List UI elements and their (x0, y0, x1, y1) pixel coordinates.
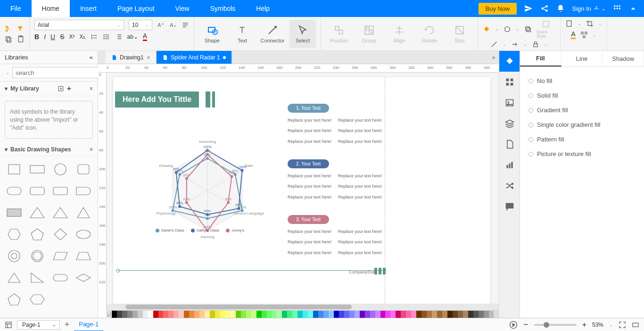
color-swatch[interactable] (236, 311, 241, 318)
shape-effects-icon[interactable] (524, 25, 532, 33)
color-swatch[interactable] (148, 311, 153, 318)
decrease-font-icon[interactable]: A▼ (169, 21, 177, 29)
shape-roundrect2[interactable] (3, 181, 25, 201)
arrow-style-icon[interactable] (511, 41, 519, 48)
close-tab1-icon[interactable]: × (147, 54, 150, 61)
connector-tool-button[interactable]: Connector (259, 20, 286, 48)
color-swatch[interactable] (355, 311, 360, 318)
color-swatch[interactable] (458, 311, 463, 318)
color-swatch[interactable] (442, 311, 447, 318)
color-swatch[interactable] (468, 311, 473, 318)
h-scrollbar[interactable] (107, 304, 499, 310)
fill-dropdown-icon[interactable] (483, 25, 490, 33)
superscript-button[interactable]: X² (69, 33, 74, 40)
text-tool-button[interactable]: TText (229, 20, 256, 48)
distribute-icon[interactable] (580, 31, 588, 39)
color-swatch[interactable] (220, 311, 225, 318)
color-swatch[interactable] (246, 311, 251, 318)
color-swatch[interactable] (179, 311, 184, 318)
underline-button[interactable]: U (50, 33, 55, 41)
bell-icon[interactable] (556, 4, 565, 13)
color-swatch[interactable] (241, 311, 246, 318)
shape-rect-filled[interactable] (3, 202, 25, 223)
menu-insert[interactable]: Insert (70, 0, 107, 17)
send-icon[interactable] (524, 4, 533, 13)
color-swatch[interactable] (437, 311, 442, 318)
shape-tool-button[interactable]: Shape (199, 20, 225, 48)
color-swatch[interactable] (416, 311, 421, 318)
color-swatch[interactable] (411, 311, 416, 318)
line-color-icon[interactable] (490, 41, 498, 48)
menu-page-layout[interactable]: Page Layout (107, 0, 165, 17)
color-swatch[interactable] (251, 311, 256, 318)
color-swatch[interactable] (184, 311, 189, 318)
zoom-out-button[interactable]: − (523, 320, 528, 330)
fill-opt-single-gradient[interactable]: Single color gradient fill (528, 117, 636, 132)
fit-width-icon[interactable] (632, 321, 639, 329)
shape-hexagon2[interactable] (26, 289, 48, 310)
legend-2[interactable]: 2. Your Text (288, 159, 329, 168)
cut-icon[interactable] (5, 25, 12, 33)
color-swatch[interactable] (365, 311, 370, 318)
color-swatch[interactable] (380, 311, 386, 318)
color-swatch[interactable] (479, 311, 484, 318)
rail-grid-icon[interactable] (499, 72, 520, 92)
crop-icon[interactable] (586, 20, 594, 27)
text-height-icon[interactable] (91, 33, 98, 41)
size-button[interactable]: Size (446, 20, 473, 48)
add-library-icon[interactable] (58, 85, 64, 92)
color-swatch[interactable] (334, 311, 339, 318)
radar-chart[interactable]: SwimmingMathSecond LanguageDancingPsycho… (146, 129, 269, 252)
strike-button[interactable]: S (60, 33, 64, 41)
bullets-icon[interactable] (103, 33, 110, 41)
basic-shapes-section[interactable]: Basic Drawing Shapes (10, 146, 71, 153)
page-tab[interactable]: Page-1 (74, 318, 103, 331)
fill-opt-solid[interactable]: Solid fill (528, 88, 636, 103)
shape-ring[interactable] (26, 246, 48, 266)
shape-pill[interactable] (50, 267, 72, 288)
rotate-button[interactable]: Rotate (416, 20, 443, 48)
shape-triangle3[interactable] (73, 202, 95, 223)
italic-button[interactable]: I (44, 33, 46, 41)
menu-home[interactable]: Home (32, 0, 70, 17)
rp-tab-line[interactable]: Line (561, 51, 603, 66)
color-swatch[interactable] (117, 311, 122, 318)
format-painter-icon[interactable] (17, 25, 25, 33)
shape-right-triangle[interactable] (26, 267, 48, 288)
search-input[interactable] (12, 67, 99, 78)
shape-square[interactable] (3, 159, 25, 180)
rp-tab-shadow[interactable]: Shadow (603, 51, 644, 66)
tab-spider-radar[interactable]: Spider And Radar 1 (157, 51, 232, 64)
shape-trapezoid[interactable] (73, 246, 95, 266)
color-swatch[interactable] (375, 311, 380, 318)
shape-donut[interactable] (3, 246, 25, 266)
legend-1[interactable]: 1. Your Text (288, 104, 329, 113)
text-group-3[interactable]: Replace your text here!Replace your text… (288, 224, 382, 256)
select-tool-button[interactable]: Select (289, 20, 316, 48)
color-swatch[interactable] (112, 311, 117, 318)
quick-style-button[interactable]: Quick Style (537, 20, 555, 39)
color-swatch[interactable] (401, 311, 406, 318)
shape-circle[interactable] (50, 159, 72, 180)
shape-halfround[interactable] (73, 181, 95, 201)
color-swatch[interactable] (344, 311, 349, 318)
color-swatch[interactable] (370, 311, 375, 318)
page-selector[interactable]: Page-1 (17, 320, 60, 330)
color-swatch[interactable] (308, 311, 313, 318)
text-group-1[interactable]: Replace your text here!Replace your text… (288, 113, 382, 145)
shape-diamond[interactable] (50, 224, 72, 245)
close-shapes-icon[interactable]: × (90, 146, 93, 153)
sign-in-link[interactable]: Sign In⌄ (572, 5, 605, 12)
color-swatch[interactable] (168, 311, 173, 318)
shape-parallelogram[interactable] (50, 246, 72, 266)
title-block[interactable]: Here Add You Tittle (115, 91, 199, 108)
page-layout-icon[interactable] (5, 321, 12, 329)
color-swatch[interactable] (323, 311, 329, 318)
increase-font-icon[interactable]: A▲ (157, 21, 165, 29)
my-library-section[interactable]: My Library (10, 85, 39, 92)
color-swatch[interactable] (385, 311, 390, 318)
color-swatch[interactable] (484, 311, 489, 318)
canvas[interactable]: Here Add You Tittle 1. Your Text Replace… (107, 73, 499, 318)
copy-icon[interactable] (5, 35, 12, 43)
no-color-swatch[interactable] (107, 311, 112, 318)
